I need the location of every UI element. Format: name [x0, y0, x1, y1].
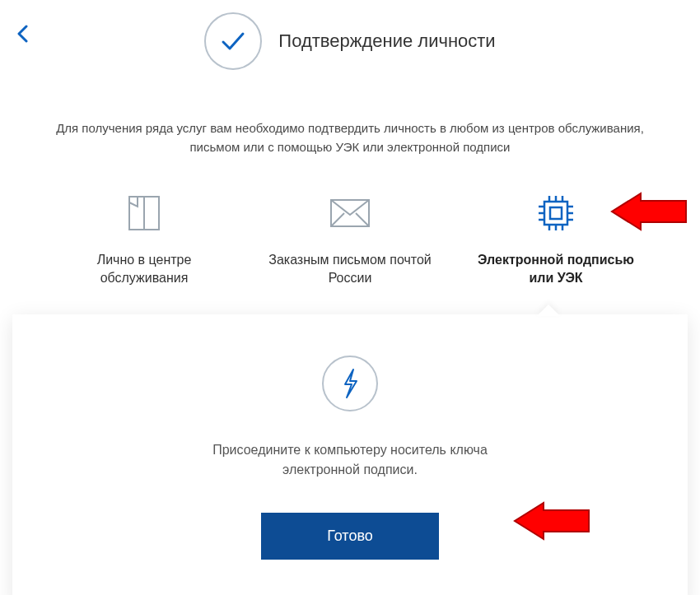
svg-line-4 [356, 213, 369, 226]
option-by-mail-label: Заказным письмом почтой России [268, 251, 432, 288]
page-description: Для получения ряда услуг вам необходимо … [49, 119, 651, 156]
svg-line-3 [331, 213, 344, 226]
lightning-icon [322, 356, 378, 411]
back-button[interactable] [16, 25, 28, 46]
svg-rect-5 [544, 202, 567, 225]
option-electronic-signature-label: Электронной подписью или УЭК [474, 251, 638, 288]
option-in-person-label: Лично в центре обслуживания [62, 251, 226, 288]
svg-rect-6 [550, 207, 562, 219]
option-by-mail[interactable]: Заказным письмом почтой России [268, 193, 432, 288]
page-title: Подтверждение личности [278, 30, 495, 52]
document-icon [128, 193, 161, 233]
ready-button[interactable]: Готово [261, 513, 439, 560]
content-panel: Присоедините к компьютеру носитель ключа… [12, 314, 688, 595]
chip-icon [536, 193, 576, 233]
annotation-arrow-icon [511, 500, 593, 545]
option-in-person[interactable]: Лично в центре обслуживания [62, 193, 226, 288]
annotation-arrow-icon [608, 191, 690, 235]
panel-instruction: Присоедините к компьютеру носитель ключа… [185, 440, 515, 480]
envelope-icon [329, 193, 371, 233]
checkmark-icon [204, 12, 262, 70]
